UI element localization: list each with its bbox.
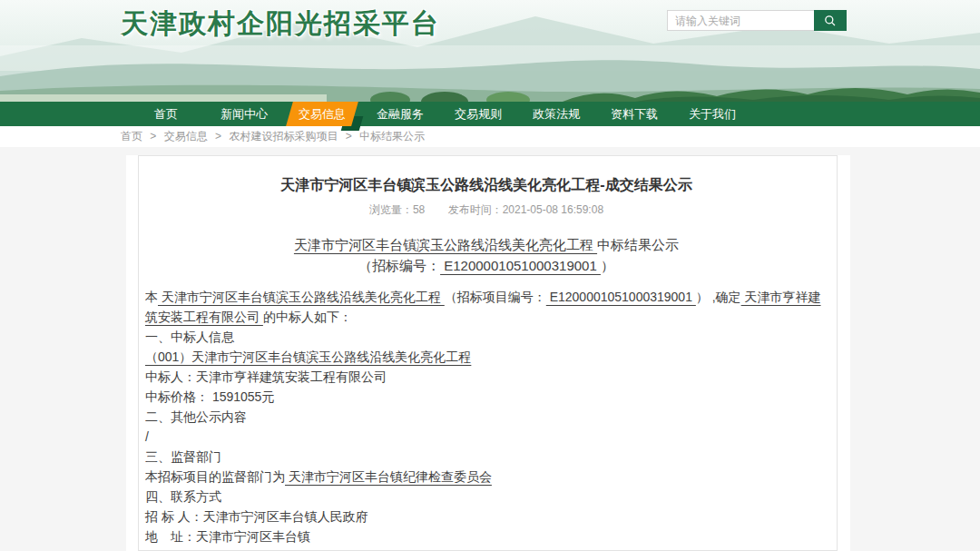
nav-item-finance[interactable]: 金融服务 <box>361 102 439 126</box>
views-count: 58 <box>413 203 425 216</box>
nav-item-label: 交易信息 <box>299 107 346 121</box>
subtitle-project-name: 天津市宁河区丰台镇滨玉公路线沿线美化亮化工程 <box>294 237 597 252</box>
breadcrumb-bar: 首页 > 交易信息 > 农村建设招标采购项目 > 中标结果公示 <box>0 126 980 147</box>
supervisor-prefix: 本招标项目的监督部门为 <box>145 469 285 484</box>
site-header: 天津政村企阳光招采平台 <box>0 0 980 102</box>
breadcrumb-item-home[interactable]: 首页 <box>121 130 142 143</box>
search-icon <box>823 14 838 28</box>
section2-content: / <box>145 427 828 447</box>
views-label: 浏览量： <box>369 203 413 216</box>
lot-project-name: （001）天津市宁河区丰台镇滨玉公路线沿线美化亮化工程 <box>145 349 471 364</box>
section2-heading: 二、其他公示内容 <box>145 407 828 427</box>
breadcrumb: 首页 > 交易信息 > 农村建设招标采购项目 > 中标结果公示 <box>0 126 980 147</box>
intro-project-code: E1200001051000319001 <box>546 290 696 304</box>
nav-item-home[interactable]: 首页 <box>127 102 205 126</box>
publish-time-label: 发布时间： <box>448 203 503 216</box>
intro-pre: 本 <box>145 290 158 304</box>
search-bar <box>667 10 847 31</box>
breadcrumb-item-result-notice[interactable]: 中标结果公示 <box>359 130 425 143</box>
main-nav: 首页 新闻中心 交易信息 金融服务 交易规则 政策法规 资料下载 <box>0 102 980 126</box>
price-value: 1591055元 <box>209 389 274 404</box>
tender-number-suffix: ） <box>601 258 614 273</box>
nav-item-label: 新闻中心 <box>220 107 268 121</box>
address-value: 天津市宁河区丰台镇 <box>196 529 310 544</box>
intro-paragraph: 本 天津市宁河区丰台镇滨玉公路线沿线美化亮化工程 （招标项目编号： E12000… <box>145 287 828 327</box>
search-button[interactable] <box>814 10 847 31</box>
search-input[interactable] <box>667 10 814 31</box>
site-title: 天津政村企阳光招采平台 <box>121 5 440 43</box>
nav-item-label: 金融服务 <box>377 107 424 121</box>
section4-heading: 四、联系方式 <box>145 487 828 507</box>
nav-item-label: 资料下载 <box>611 107 658 121</box>
announcement-card: 天津市宁河区丰台镇滨玉公路线沿线美化亮化工程-成交结果公示 浏览量：58 发布时… <box>138 155 838 551</box>
tender-number-prefix: （招标编号： <box>358 258 440 273</box>
intro-mid: （招标项目编号： <box>445 290 546 304</box>
breadcrumb-item-rural-projects[interactable]: 农村建设招标采购项目 <box>229 130 338 143</box>
nav-item-label: 交易规则 <box>455 107 502 121</box>
supervisor-line: 本招标项目的监督部门为 天津市宁河区丰台镇纪律检查委员会 <box>145 467 828 487</box>
breadcrumb-separator: > <box>346 130 352 143</box>
intro-post: 的中标人如下： <box>263 310 352 324</box>
content-container: 天津市宁河区丰台镇滨玉公路线沿线美化亮化工程-成交结果公示 浏览量：58 发布时… <box>126 155 850 551</box>
nav-item-policy[interactable]: 政策法规 <box>517 102 595 126</box>
subtitle-suffix: 中标结果公示 <box>597 237 679 252</box>
lot-line: （001）天津市宁河区丰台镇滨玉公路线沿线美化亮化工程 <box>145 347 828 367</box>
breadcrumb-separator: > <box>215 130 221 143</box>
nav-item-downloads[interactable]: 资料下载 <box>595 102 673 126</box>
nav-item-about[interactable]: 关于我们 <box>673 102 751 126</box>
winner-label: 中标人： <box>145 369 196 384</box>
breadcrumb-item-trade-info[interactable]: 交易信息 <box>164 130 208 143</box>
nav-item-trade-info[interactable]: 交易信息 <box>283 102 361 126</box>
nav-item-news[interactable]: 新闻中心 <box>205 102 283 126</box>
nav-item-trade-rules[interactable]: 交易规则 <box>439 102 517 126</box>
intro-project-name: 天津市宁河区丰台镇滨玉公路线沿线美化亮化工程 <box>158 290 445 304</box>
announcement-meta: 浏览量：58 发布时间：2021-05-08 16:59:08 <box>145 202 828 218</box>
nav-item-label: 首页 <box>154 107 178 121</box>
winner-value: 天津市亨祥建筑安装工程有限公司 <box>196 369 387 384</box>
page-body: 天津市宁河区丰台镇滨玉公路线沿线美化亮化工程-成交结果公示 浏览量：58 发布时… <box>0 147 980 551</box>
tenderer-value: 天津市宁河区丰台镇人民政府 <box>203 509 368 524</box>
tender-number: E1200001051000319001 <box>440 258 601 273</box>
page: 天津政村企阳光招采平台 首页 新闻中心 交易信息 <box>0 0 980 551</box>
section1-heading: 一、中标人信息 <box>145 327 828 347</box>
price-line: 中标价格： 1591055元 <box>145 387 828 407</box>
nav-list: 首页 新闻中心 交易信息 金融服务 交易规则 政策法规 资料下载 <box>0 102 980 126</box>
price-label: 中标价格： <box>145 389 209 404</box>
winner-line: 中标人：天津市亨祥建筑安装工程有限公司 <box>145 367 828 387</box>
nav-item-label: 政策法规 <box>533 107 580 121</box>
announcement-body: 本 天津市宁河区丰台镇滨玉公路线沿线美化亮化工程 （招标项目编号： E12000… <box>145 287 828 546</box>
address-line: 地 址：天津市宁河区丰台镇 <box>145 526 828 546</box>
section3-heading: 三、监督部门 <box>145 447 828 467</box>
breadcrumb-separator: > <box>150 130 156 143</box>
tender-number-line: （招标编号： E1200001051000319001 ） <box>145 256 828 275</box>
address-label: 地 址： <box>145 529 196 544</box>
announcement-subtitle: 天津市宁河区丰台镇滨玉公路线沿线美化亮化工程 中标结果公示 <box>145 235 828 254</box>
tenderer-label: 招 标 人： <box>145 509 203 524</box>
nav-item-label: 关于我们 <box>689 107 736 121</box>
supervisor-name: 天津市宁河区丰台镇纪律检查委员会 <box>285 469 492 484</box>
announcement-title: 天津市宁河区丰台镇滨玉公路线沿线美化亮化工程-成交结果公示 <box>145 174 828 196</box>
publish-time: 2021-05-08 16:59:08 <box>503 203 603 216</box>
tenderer-line: 招 标 人：天津市宁河区丰台镇人民政府 <box>145 507 828 526</box>
intro-mid2: ） ,确定 <box>696 290 741 304</box>
